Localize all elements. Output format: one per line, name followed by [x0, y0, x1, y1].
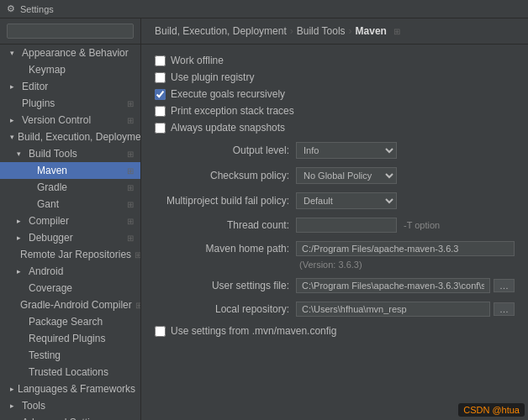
compiler-arrow-icon: ▸: [17, 217, 25, 225]
sidebar-item-languages[interactable]: ▸Languages & Frameworks: [0, 381, 140, 397]
compiler-label: Compiler: [29, 215, 69, 227]
title-label: Settings: [20, 4, 54, 14]
execute-goals-row: Execute goals recursively: [155, 88, 515, 100]
maven-home-path-row: Maven home path: C:/Program Files/apache…: [155, 241, 515, 256]
sidebar-item-coverage[interactable]: Coverage: [0, 280, 140, 297]
output-level-select[interactable]: Info Debug Warning Error: [296, 142, 397, 159]
gant-end-icon: ⊞: [127, 200, 134, 209]
sidebar-item-android[interactable]: ▸Android: [0, 263, 140, 280]
sidebar-search-container: [0, 18, 140, 45]
local-repository-browse-button[interactable]: …: [494, 302, 515, 316]
always-update-checkbox[interactable]: [155, 123, 166, 134]
sidebar-item-gradle[interactable]: Gradle⊞: [0, 179, 140, 196]
sidebar-item-gant[interactable]: Gant⊞: [0, 196, 140, 213]
coverage-label: Coverage: [29, 282, 72, 294]
local-repository-label: Local repository:: [155, 303, 289, 315]
work-offline-label: Work offline: [171, 55, 224, 66]
thread-count-input[interactable]: [296, 218, 397, 233]
sidebar-search-input[interactable]: [7, 24, 134, 39]
settings-icon: ⚙: [7, 3, 15, 14]
sidebar-item-editor[interactable]: ▸Editor: [0, 78, 140, 95]
sidebar-item-required-plugins[interactable]: Required Plugins: [0, 330, 140, 347]
checksum-policy-select[interactable]: No Global Policy Strict Warn: [296, 167, 397, 184]
build-tools-arrow-icon: ▾: [17, 150, 25, 158]
execute-goals-checkbox[interactable]: [155, 89, 166, 100]
sidebar-item-testing[interactable]: Testing: [0, 347, 140, 364]
sidebar-item-trusted-locations[interactable]: Trusted Locations: [0, 364, 140, 381]
sidebar-item-remote-jar[interactable]: Remote Jar Repositories⊞: [0, 246, 140, 263]
gradle-android-end-icon: ⊞: [135, 301, 141, 310]
use-plugin-registry-checkbox[interactable]: [155, 72, 166, 83]
checksum-policy-label: Checksum policy:: [155, 170, 289, 181]
print-exception-row: Print exception stack traces: [155, 105, 515, 117]
sidebar-item-version-control[interactable]: ▸Version Control⊞: [0, 112, 140, 129]
sidebar-item-build-exec-deploy[interactable]: ▾Build, Execution, Deployment: [0, 129, 140, 145]
debugger-end-icon: ⊞: [127, 234, 134, 243]
android-label: Android: [29, 265, 63, 277]
breadcrumb-2: Build Tools: [297, 25, 346, 37]
output-level-row: Output level: Info Debug Warning Error: [155, 142, 515, 159]
use-settings-mvn-label: Use settings from .mvn/maven.config: [171, 325, 336, 337]
work-offline-checkbox[interactable]: [155, 55, 166, 66]
required-plugins-label: Required Plugins: [29, 333, 105, 344]
multiproject-fail-label: Multiproject build fail policy:: [155, 195, 289, 207]
version-control-label: Version Control: [22, 114, 91, 126]
breadcrumb-1: Build, Execution, Deployment: [155, 25, 287, 37]
work-offline-row: Work offline: [155, 55, 515, 66]
build-tools-label: Build Tools: [29, 148, 77, 160]
package-search-label: Package Search: [29, 316, 103, 328]
breadcrumb: Build, Execution, Deployment › Build Too…: [141, 18, 528, 45]
editor-label: Editor: [22, 81, 48, 92]
user-settings-input[interactable]: [296, 278, 490, 293]
title-bar: ⚙ Settings: [0, 0, 528, 18]
sidebar-item-keymap[interactable]: Keymap: [0, 61, 140, 78]
maven-version-note: (Version: 3.6.3): [296, 260, 515, 270]
editor-arrow-icon: ▸: [10, 82, 18, 91]
checksum-policy-row: Checksum policy: No Global Policy Strict…: [155, 167, 515, 184]
always-update-label: Always update snapshots: [171, 122, 285, 134]
sidebar-item-maven[interactable]: Maven⊞: [0, 162, 140, 179]
tools-arrow-icon: ▸: [10, 402, 18, 410]
build-exec-deploy-arrow-icon: ▾: [10, 133, 14, 141]
tools-label: Tools: [22, 400, 45, 412]
keymap-label: Keymap: [29, 64, 66, 76]
android-arrow-icon: ▸: [17, 267, 25, 276]
content-body: Work offlineUse plugin registryExecute g…: [141, 45, 528, 352]
multiproject-fail-select[interactable]: Default At End Never Fast Fail: [296, 192, 397, 209]
sidebar-item-package-search[interactable]: Package Search: [0, 313, 140, 330]
appearance-label: Appearance & Behavior: [22, 47, 129, 59]
gradle-end-icon: ⊞: [127, 183, 134, 192]
sidebar-item-plugins[interactable]: Plugins⊞: [0, 95, 140, 112]
multiproject-fail-policy-row: Multiproject build fail policy: Default …: [155, 192, 515, 209]
build-exec-deploy-label: Build, Execution, Deployment: [18, 131, 141, 143]
output-level-label: Output level:: [155, 144, 289, 156]
remote-jar-end-icon: ⊞: [135, 250, 141, 260]
languages-label: Languages & Frameworks: [18, 383, 135, 395]
local-repository-input[interactable]: [296, 302, 490, 317]
sep-2: ›: [349, 25, 352, 37]
version-control-end-icon: ⊞: [127, 116, 134, 125]
user-settings-label: User settings file:: [155, 280, 289, 291]
sidebar-item-tools[interactable]: ▸Tools: [0, 397, 140, 414]
maven-home-control: C:/Program Files/apache-maven-3.6.3: [296, 241, 515, 256]
maven-label: Maven: [37, 165, 67, 176]
print-exception-checkbox[interactable]: [155, 106, 166, 117]
gradle-label: Gradle: [37, 181, 67, 193]
execute-goals-label: Execute goals recursively: [171, 88, 285, 100]
sidebar-item-advanced-settings[interactable]: Advanced Settings: [0, 414, 140, 420]
watermark: CSDN @htua: [458, 403, 525, 417]
user-settings-browse-button[interactable]: …: [494, 279, 515, 292]
appearance-arrow-icon: ▾: [10, 49, 18, 57]
use-settings-mvn-checkbox[interactable]: [155, 326, 166, 337]
breadcrumb-current: Maven: [356, 25, 387, 37]
sidebar-item-debugger[interactable]: ▸Debugger⊞: [0, 229, 140, 246]
sidebar-item-appearance[interactable]: ▾Appearance & Behavior: [0, 45, 140, 61]
sidebar-item-gradle-android[interactable]: Gradle-Android Compiler⊞: [0, 297, 140, 313]
t-option-label: -T option: [404, 220, 440, 230]
sidebar-item-compiler[interactable]: ▸Compiler⊞: [0, 213, 140, 229]
maven-home-label: Maven home path:: [155, 243, 289, 255]
thread-count-control: -T option: [296, 218, 515, 233]
sidebar-item-build-tools[interactable]: ▾Build Tools⊞: [0, 145, 140, 162]
output-level-control: Info Debug Warning Error: [296, 142, 515, 159]
use-settings-mvn-row: Use settings from .mvn/maven.config: [155, 325, 515, 337]
